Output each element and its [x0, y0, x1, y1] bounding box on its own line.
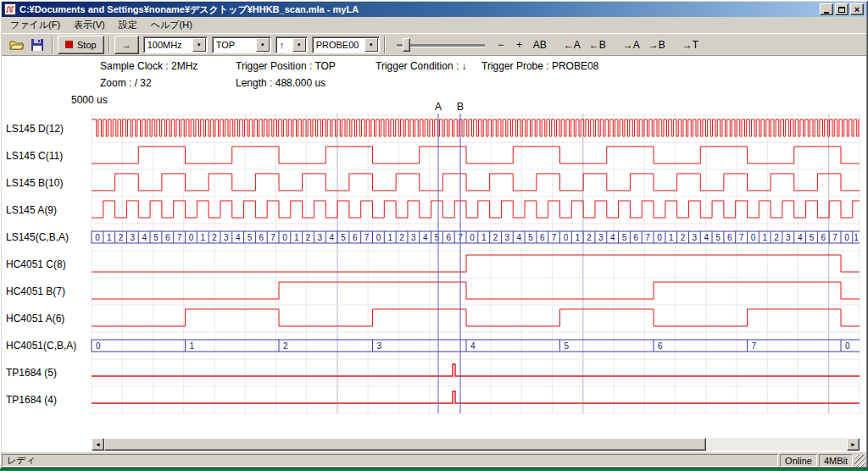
marker-b-handle[interactable]: B: [453, 101, 468, 113]
scroll-thumb[interactable]: [104, 438, 706, 451]
svg-text:0: 0: [282, 233, 287, 242]
wave-3: [92, 201, 860, 218]
channel-6: [92, 282, 860, 299]
status-message: レディ: [2, 454, 778, 467]
svg-text:3: 3: [786, 233, 791, 242]
wave-1: [92, 147, 860, 163]
scroll-right-icon: ►: [850, 441, 856, 447]
channel-10: [92, 391, 860, 403]
wave-7: [92, 309, 860, 326]
svg-text:6: 6: [821, 233, 826, 242]
svg-text:0: 0: [657, 233, 662, 242]
wave-10: [92, 391, 860, 403]
svg-text:6: 6: [540, 233, 545, 242]
svg-text:4: 4: [423, 233, 428, 242]
svg-text:1: 1: [762, 233, 767, 242]
svg-text:4: 4: [470, 341, 476, 351]
svg-text:6: 6: [658, 341, 663, 351]
svg-text:5: 5: [341, 233, 346, 242]
resize-grip[interactable]: [854, 455, 866, 467]
svg-text:4: 4: [610, 233, 615, 242]
svg-text:1: 1: [107, 233, 112, 242]
svg-text:7: 7: [270, 233, 275, 242]
svg-text:4: 4: [704, 233, 709, 242]
svg-text:2: 2: [119, 233, 124, 242]
svg-text:7: 7: [177, 233, 182, 242]
svg-text:0: 0: [95, 233, 100, 242]
status-online-badge: Online: [780, 454, 817, 467]
svg-text:1: 1: [387, 233, 392, 242]
scroll-left-button[interactable]: ◄: [92, 438, 104, 451]
svg-text:1: 1: [575, 233, 580, 242]
grid: [92, 114, 860, 413]
svg-text:2: 2: [283, 341, 288, 351]
scroll-left-icon: ◄: [95, 441, 101, 447]
svg-text:3: 3: [377, 341, 382, 351]
svg-text:2: 2: [774, 233, 779, 242]
svg-text:2: 2: [587, 233, 592, 242]
channel-9: [92, 364, 860, 376]
scroll-right-button[interactable]: ►: [847, 438, 860, 451]
svg-text:4: 4: [798, 233, 803, 242]
svg-text:3: 3: [693, 233, 698, 242]
wave-5: [92, 255, 860, 272]
svg-text:0: 0: [376, 233, 381, 242]
svg-text:0: 0: [751, 233, 756, 242]
svg-text:1: 1: [481, 233, 487, 242]
svg-text:2: 2: [681, 233, 686, 242]
channel-7: [92, 309, 860, 326]
waveform-plot[interactable]: 0123456701234567012345670123456701234567…: [0, 0, 868, 471]
svg-text:0: 0: [564, 233, 569, 242]
svg-text:5: 5: [248, 233, 253, 242]
scroll-track[interactable]: [104, 438, 847, 451]
svg-text:4: 4: [142, 233, 147, 242]
svg-text:1: 1: [294, 233, 299, 242]
channel-0: [92, 119, 860, 136]
svg-text:4: 4: [329, 233, 334, 242]
svg-text:2: 2: [212, 233, 217, 242]
wave-2: [92, 174, 860, 191]
svg-text:3: 3: [411, 233, 416, 242]
svg-text:3: 3: [598, 233, 604, 242]
svg-text:5: 5: [153, 233, 159, 242]
svg-text:6: 6: [633, 233, 638, 242]
horizontal-scrollbar[interactable]: ◄ ►: [92, 438, 860, 451]
channel-8: 012345670: [92, 340, 860, 352]
svg-text:0: 0: [470, 233, 475, 242]
svg-text:3: 3: [131, 233, 136, 242]
svg-text:4: 4: [236, 233, 241, 242]
svg-text:6: 6: [259, 233, 264, 242]
svg-text:0: 0: [844, 233, 849, 242]
svg-text:7: 7: [645, 233, 650, 242]
svg-text:6: 6: [727, 233, 732, 242]
statusbar: レディ Online 4MBit: [2, 452, 866, 467]
svg-text:5: 5: [435, 233, 440, 242]
svg-text:5: 5: [528, 233, 533, 242]
svg-text:0: 0: [96, 341, 101, 351]
svg-text:7: 7: [364, 233, 370, 242]
svg-text:1: 1: [190, 341, 195, 351]
svg-text:7: 7: [739, 233, 744, 242]
svg-text:5: 5: [622, 233, 627, 242]
svg-text:3: 3: [318, 233, 323, 242]
wave-9: [92, 364, 860, 376]
svg-text:2: 2: [306, 233, 311, 242]
marker-lines[interactable]: [438, 114, 460, 413]
svg-text:3: 3: [224, 233, 229, 242]
wave-6: [92, 282, 860, 299]
svg-text:5: 5: [715, 233, 721, 242]
app-window: C:¥Documents and Settings¥noname¥デスクトップ¥…: [0, 0, 868, 468]
status-memory-badge: 4MBit: [819, 454, 853, 467]
svg-text:7: 7: [832, 233, 837, 242]
wave-0: [92, 119, 860, 136]
svg-text:6: 6: [446, 233, 451, 242]
channel-3: [92, 201, 860, 218]
svg-text:0: 0: [845, 341, 850, 351]
svg-text:7: 7: [552, 233, 557, 242]
svg-text:1: 1: [200, 233, 205, 242]
channel-4: 0123456701234567012345670123456701234567…: [92, 231, 860, 243]
svg-text:6: 6: [353, 233, 358, 242]
svg-text:5: 5: [565, 341, 570, 351]
marker-a-handle[interactable]: A: [431, 101, 446, 113]
svg-text:6: 6: [165, 233, 170, 242]
